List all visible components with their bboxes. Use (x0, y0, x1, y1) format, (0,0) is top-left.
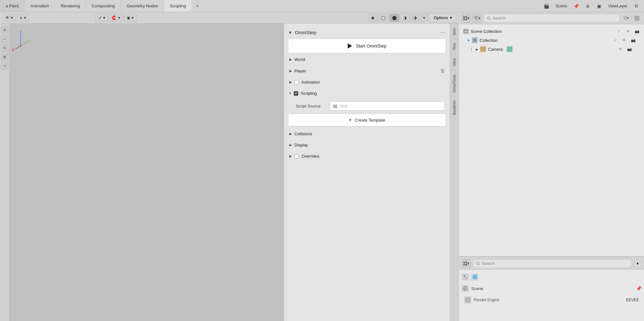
camera-visibility-eye[interactable]: 👁 (617, 46, 624, 52)
rotate-tool[interactable]: ↻ (1, 44, 9, 52)
outliner-filter-button[interactable]: ▾ (473, 14, 481, 23)
copy-icon[interactable]: ⧉ (632, 2, 641, 11)
properties-tools-icon[interactable]: 🔧 (462, 273, 469, 280)
collection-actions: ✓ 👁 📷 (612, 37, 636, 43)
outliner-search[interactable]: Search (483, 14, 620, 22)
svg-text:Y: Y (29, 39, 31, 43)
properties-view-button[interactable]: ▾ (462, 259, 471, 268)
camera-render-toggle[interactable]: 📷 (626, 46, 633, 52)
scene-collection-row[interactable]: Scene Collection ✓ 👁 📷 (459, 27, 644, 36)
outliner-scene-action[interactable] (633, 14, 641, 23)
eye-icon[interactable]: 👁 (625, 28, 631, 34)
player-section[interactable]: ▶ Player ☰ (288, 66, 446, 76)
collection-expand-icon[interactable]: ▼ (467, 39, 470, 42)
camera-row[interactable]: │ ▶ Camera 👁 📷 (459, 45, 644, 54)
svg-rect-27 (463, 264, 465, 265)
solid-shading-button[interactable]: ⬤ (389, 14, 400, 22)
top-tab-bar: e Paint Animation Rendering Compositing … (0, 0, 644, 12)
curve-mode-button[interactable]: ∧ ▾ (17, 14, 29, 22)
tab-rendering[interactable]: Rendering (55, 0, 86, 12)
world-section[interactable]: ▶ World (288, 55, 446, 64)
rendered-button[interactable]: ◑ (410, 14, 420, 22)
properties-pin-icon[interactable]: 📌 (636, 286, 641, 291)
sidebar-tab-booltron[interactable]: Booltron (450, 96, 459, 119)
properties-scene-icon[interactable]: 🌐 (471, 273, 478, 280)
svg-rect-7 (463, 16, 465, 18)
collisions-label: Collisions (294, 131, 312, 136)
start-omnistep-button[interactable]: Start OmniStep (288, 39, 446, 53)
right-panel: ▾ ▾ Search ▽ ▾ (459, 12, 644, 321)
player-label: Player (294, 69, 306, 73)
collection-icon (472, 37, 478, 43)
svg-rect-23 (481, 48, 484, 50)
display-section[interactable]: ▶ Display (288, 140, 446, 150)
visibility-toggle[interactable]: ✓ (616, 28, 622, 34)
svg-rect-8 (466, 16, 467, 18)
camera-color-swatch (507, 46, 512, 52)
svg-rect-26 (466, 262, 467, 263)
overrides-checkbox[interactable] (294, 154, 299, 159)
animation-checkbox[interactable] (294, 80, 299, 85)
sidebar-tab-omnitools[interactable]: OmniTools (450, 70, 459, 96)
collection-eye-icon[interactable]: 👁 (621, 37, 627, 43)
options-button[interactable]: Options ▾ (429, 13, 456, 22)
outliner-filter-icon[interactable]: ▽ ▾ (622, 14, 631, 23)
viewport-3d[interactable]: ✛ ↔ ↻ ⊞ ⤡ Z Y (0, 24, 284, 321)
outliner-content: Scene Collection ✓ 👁 📷 ▼ Collection ✓ (459, 24, 644, 256)
cursor-tool[interactable]: ✛ (1, 26, 9, 34)
tab-compositing[interactable]: Compositing (86, 0, 121, 12)
collisions-section[interactable]: ▶ Collisions (288, 129, 446, 139)
outliner-view-button[interactable]: ▾ (462, 14, 471, 23)
sidebar-tab-tool[interactable]: Tool (450, 39, 459, 54)
scripting-section[interactable]: ▾ Scripting (288, 88, 446, 98)
collection-camera-icon[interactable]: 📷 (630, 37, 636, 43)
new-scene-icon[interactable]: ⊕ (583, 2, 592, 11)
collection-visibility-toggle[interactable]: ✓ (612, 37, 618, 43)
properties-dropdown[interactable]: ▾ (634, 259, 641, 268)
tab-animation[interactable]: Animation (25, 0, 55, 12)
overrides-section[interactable]: ▶ Overrides (288, 151, 446, 161)
script-source-input[interactable]: ▤ Text (330, 101, 445, 110)
wireframe-button[interactable]: ◯ (378, 14, 389, 22)
overlay-button[interactable]: ◉ (368, 14, 377, 22)
collection-label: Collection (480, 38, 498, 43)
material-preview-button[interactable]: ◑ (400, 14, 410, 22)
collapse-icon[interactable]: ▼ (288, 30, 292, 35)
create-template-button[interactable]: + Create Template (288, 114, 446, 126)
render-layers-icon[interactable]: ▣ (595, 2, 604, 11)
scripting-checkbox[interactable] (294, 91, 298, 96)
pin-icon[interactable]: 📌 (572, 2, 581, 11)
overrides-chevron-icon: ▶ (289, 154, 292, 158)
svg-marker-24 (484, 48, 485, 50)
properties-search[interactable]: Search (473, 259, 632, 268)
left-content-area: ✛ ↔ ↻ ⊞ ⤡ Z Y (0, 24, 459, 321)
shading-more-button[interactable]: ▾ (420, 14, 428, 22)
snap-button[interactable]: 🧲 ▾ (109, 14, 123, 22)
world-label: World (294, 57, 305, 62)
camera-render-icon[interactable]: 📷 (634, 28, 640, 34)
collection-row[interactable]: ▼ Collection ✓ 👁 📷 (459, 36, 644, 45)
tab-geometry-nodes[interactable]: Geometry Nodes (121, 0, 164, 12)
svg-rect-13 (476, 19, 476, 20)
svg-point-6 (20, 45, 22, 47)
scale-tool[interactable]: ⊞ (1, 53, 9, 61)
add-tab-button[interactable]: + (192, 0, 202, 12)
transform-controls: ⤢ ▾ 🧲 ▾ ◉ ▾ (95, 14, 137, 22)
svg-line-30 (479, 264, 480, 265)
camera-expand-icon[interactable]: ▶ (476, 48, 478, 51)
transform-button[interactable]: ⤢ ▾ (95, 14, 108, 22)
transform-tool[interactable]: ⤡ (1, 62, 9, 70)
view-menu-button[interactable]: 👁 ▾ (3, 14, 16, 22)
viewport-shading-group: ◉ ◯ ⬤ ◑ ◑ ▾ (368, 14, 428, 22)
proportional-edit-button[interactable]: ◉ ▾ (124, 14, 137, 22)
tab-scripting[interactable]: Scripting (164, 0, 192, 12)
scene-selector-icon[interactable]: 🎬 (542, 2, 551, 11)
animation-section[interactable]: ▶ Animation (288, 77, 446, 87)
script-source-row: Script Source ▤ Text (288, 100, 446, 112)
tab-texture-paint[interactable]: e Paint (0, 0, 25, 12)
sidebar-tab-view[interactable]: View (450, 54, 459, 70)
sidebar-tab-item[interactable]: Item (450, 24, 459, 39)
svg-point-29 (476, 262, 479, 265)
move-tool[interactable]: ↔ (1, 35, 9, 43)
panel-menu-dots[interactable]: ⋯ (440, 29, 446, 35)
